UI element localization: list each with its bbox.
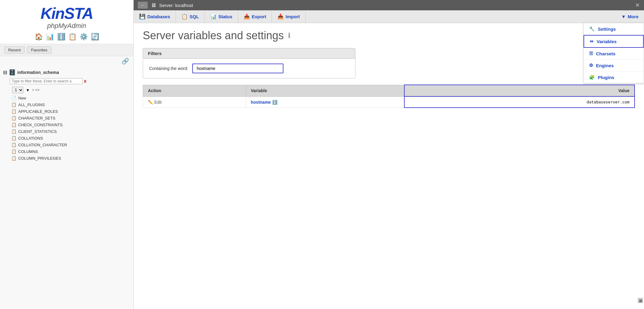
recent-button[interactable]: Recent	[4, 47, 25, 54]
edit-label: Edit	[154, 100, 162, 105]
refresh-icon[interactable]: 🔄	[91, 33, 99, 41]
dropdown-item-label: Settings	[598, 26, 616, 32]
dropdown-item-label: Plugins	[598, 75, 614, 80]
list-item-label: COLUMN_PRIVILEGES	[18, 156, 61, 161]
close-button[interactable]: ✕	[635, 2, 640, 9]
results-table: Action Variable Value ✏️ Edit hostname	[143, 85, 635, 108]
table-icon: 📋	[11, 116, 16, 120]
page-select[interactable]: 1	[12, 87, 23, 93]
list-item-label: COLUMNS	[18, 149, 38, 154]
list-item-new[interactable]: 📄 New	[2, 95, 131, 101]
copy-icon[interactable]: 📋	[68, 33, 77, 41]
edit-link[interactable]: ✏️ Edit	[148, 100, 241, 105]
charsets-icon: ☰	[589, 51, 593, 56]
titlebar: ← 🖥 Server: localhost ✕	[134, 0, 644, 10]
chart-icon[interactable]: 📊	[46, 33, 54, 41]
page-nav: 1 ▼ > >>	[2, 85, 131, 95]
list-item-label: CLIENT_STATISTICS	[18, 129, 57, 134]
tab-label: Import	[286, 14, 300, 19]
filters-body: Containing the word:	[143, 59, 355, 78]
variable-info-icon[interactable]: ℹ️	[272, 100, 277, 105]
tab-export[interactable]: 📤 Export	[238, 10, 272, 23]
tab-databases[interactable]: 💾 Databases	[134, 10, 176, 23]
list-item-label: COLLATION_CHARACTER	[18, 143, 67, 147]
page-info-icon[interactable]: ℹ	[288, 32, 290, 40]
dropdown-settings[interactable]: 🔧 Settings	[584, 23, 644, 35]
variable-cell: hostname ℹ️	[246, 96, 404, 108]
filter-word-label: Containing the word:	[149, 66, 188, 71]
tab-import[interactable]: 📥 Import	[272, 10, 306, 23]
list-item-label: ALL_PLUGINS	[18, 102, 45, 107]
dropdown-arrow-icon: ▼	[26, 88, 30, 92]
db-name[interactable]: information_schema	[17, 70, 59, 75]
list-item-label: APPLICABLE_ROLES	[18, 109, 58, 114]
dropdown-engines[interactable]: ⚙ Engines	[584, 60, 644, 71]
settings-icon: 🔧	[589, 26, 595, 32]
tab-label: SQL	[190, 14, 199, 19]
db-icon: 🗄️	[9, 69, 15, 76]
list-item-column-privileges[interactable]: 📋 COLUMN_PRIVILEGES	[2, 155, 131, 161]
value-column-header: Value	[404, 85, 635, 96]
home-icon[interactable]: 🏠	[35, 33, 43, 41]
plugins-icon: 🧩	[589, 75, 595, 80]
filter-word-input[interactable]	[192, 64, 283, 73]
table-row: ✏️ Edit hostname ℹ️ databaseserver.com	[143, 96, 635, 108]
pencil-icon: ✏️	[148, 100, 153, 105]
phpmyadmin-logo: phpMyAdmin	[6, 22, 127, 30]
more-triangle-icon: ▼	[621, 14, 626, 19]
list-item-applicable-roles[interactable]: 📋 APPLICABLE_ROLES	[2, 108, 131, 115]
gear-icon[interactable]: ⚙️	[80, 33, 88, 41]
info-icon[interactable]: ℹ️	[57, 33, 65, 41]
list-item-label: CHECK_CONSTRAINTS	[18, 123, 63, 127]
export-icon: 📤	[244, 13, 250, 20]
action-cell: ✏️ Edit	[143, 96, 246, 108]
list-item-collations[interactable]: 📋 COLLATIONS	[2, 135, 131, 141]
db-tree: ⊟ 🗄️ information_schema X 1 ▼ > >> 📄 New…	[0, 66, 133, 309]
list-item-label: CHARACTER_SETS	[18, 116, 55, 120]
logo-area: KinSTA phpMyAdmin 🏠 📊 ℹ️ 📋 ⚙️ 🔄	[0, 0, 133, 44]
kinsta-logo: KinSTA	[6, 5, 127, 21]
list-item-check-constraints[interactable]: 📋 CHECK_CONSTRAINTS	[2, 121, 131, 128]
tab-status[interactable]: 📊 Status	[205, 10, 238, 23]
engines-icon: ⚙	[589, 63, 593, 68]
sql-icon: 📋	[181, 13, 188, 20]
favorites-button[interactable]: Favorites	[27, 47, 51, 54]
list-item-collation-character[interactable]: 📋 COLLATION_CHARACTER	[2, 141, 131, 148]
page-title-row: Server variables and settings ℹ	[143, 29, 635, 42]
list-item-character-sets[interactable]: 📋 CHARACTER_SETS	[2, 115, 131, 121]
dropdown-variables[interactable]: ⇔ Variables	[584, 35, 644, 48]
list-item-client-statistics[interactable]: 📋 CLIENT_STATISTICS	[2, 128, 131, 135]
dropdown-item-label: Variables	[597, 39, 617, 44]
action-column-header: Action	[143, 85, 246, 96]
filter-input[interactable]	[10, 78, 83, 84]
table-icon: 📋	[11, 142, 16, 147]
hostname-link[interactable]: hostname	[251, 100, 271, 105]
list-item-all-plugins[interactable]: 📋 ALL_PLUGINS	[2, 101, 131, 108]
table-icon: 📋	[11, 156, 16, 161]
scroll-indicator: ▤	[638, 298, 643, 303]
tab-more[interactable]: ▼ More 🔧 Settings ⇔ Variables ☰ Charsets…	[616, 10, 644, 23]
more-dropdown: 🔧 Settings ⇔ Variables ☰ Charsets ⚙ Engi…	[583, 23, 644, 83]
list-item-label: New	[18, 96, 26, 100]
table-icon: 📋	[11, 102, 16, 107]
databases-icon: 💾	[139, 13, 146, 20]
dropdown-plugins[interactable]: 🧩 Plugins	[584, 71, 644, 83]
dropdown-item-label: Charsets	[596, 51, 615, 56]
filter-clear-button[interactable]: X	[84, 79, 87, 84]
page-content: Server variables and settings ℹ Filters …	[134, 23, 644, 309]
dropdown-charsets[interactable]: ☰ Charsets	[584, 48, 644, 60]
page-title: Server variables and settings	[143, 29, 284, 42]
next-page-button[interactable]: > >>	[32, 88, 39, 92]
back-button[interactable]: ←	[138, 2, 148, 9]
server-icon: 🖥	[151, 2, 156, 9]
tab-sql[interactable]: 📋 SQL	[176, 10, 205, 23]
import-icon: 📥	[277, 13, 284, 20]
list-item-columns[interactable]: 📋 COLUMNS	[2, 148, 131, 155]
collapse-button[interactable]: ⊟	[3, 70, 7, 75]
table-header-row: Action Variable Value	[143, 85, 635, 96]
value-cell: databaseserver.com	[404, 96, 635, 108]
variable-column-header: Variable	[246, 85, 404, 96]
db-header: ⊟ 🗄️ information_schema	[2, 68, 131, 77]
filters-box: Filters Containing the word:	[143, 48, 355, 78]
sidebar-link-area: 🔗	[0, 56, 133, 66]
